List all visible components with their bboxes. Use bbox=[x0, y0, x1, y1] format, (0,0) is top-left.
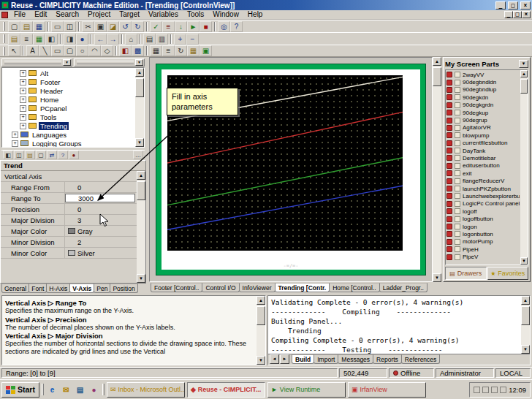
chevron-down-icon[interactable]: ▼ bbox=[63, 59, 71, 66]
toolbar-grip[interactable] bbox=[3, 22, 5, 31]
show-desktop-icon[interactable]: ▤ bbox=[74, 384, 86, 396]
part-pipeh[interactable]: PipeH bbox=[446, 246, 520, 253]
expander-icon[interactable]: + bbox=[12, 132, 18, 138]
group-icon[interactable]: ▦ bbox=[150, 45, 162, 56]
taskbar-button-outlook[interactable]: ✉ Inbox - Microsoft Outl... bbox=[107, 382, 185, 398]
tab-v-axis[interactable]: V-Axis bbox=[69, 284, 94, 293]
build-icon[interactable]: ≡ bbox=[162, 21, 175, 32]
scroll-down-icon[interactable]: ▼ bbox=[256, 356, 265, 365]
scroll-down-icon[interactable]: ▼ bbox=[520, 257, 528, 265]
scrollbar-track[interactable] bbox=[137, 180, 145, 274]
menu-search[interactable]: Search bbox=[51, 10, 83, 19]
part-exit[interactable]: exit bbox=[446, 170, 520, 177]
title-bar[interactable]: Reuse - CIMPLICITY Machine Edition - [Tr… bbox=[0, 0, 532, 10]
property-major-color[interactable]: Major Color Gray bbox=[1, 226, 137, 237]
inspector-icon[interactable]: ◧ bbox=[45, 34, 58, 45]
scrollbar-thumb[interactable] bbox=[137, 181, 145, 200]
split-icon[interactable]: ◫ bbox=[14, 151, 24, 159]
polygon-tool-icon[interactable]: ◇ bbox=[101, 45, 113, 56]
text-tool-icon[interactable]: A bbox=[26, 45, 39, 56]
run-icon[interactable]: ► bbox=[187, 21, 200, 32]
media-icon[interactable]: ● bbox=[88, 384, 100, 396]
preview-icon[interactable]: ◫ bbox=[64, 21, 76, 32]
pin-icon[interactable]: ● bbox=[69, 151, 79, 159]
tab-footer-panel[interactable]: Footer [Control.. bbox=[151, 283, 202, 292]
project-tab-icon[interactable]: ▤ bbox=[8, 34, 20, 45]
child-close-button[interactable]: × bbox=[522, 11, 531, 18]
tab-pen[interactable]: Pen bbox=[94, 284, 110, 293]
menu-variables[interactable]: Variables bbox=[144, 10, 183, 19]
part-logonbutton[interactable]: logonbutton bbox=[446, 230, 520, 238]
print-icon[interactable]: ▭ bbox=[51, 21, 64, 32]
paste-icon[interactable]: ◪ bbox=[107, 21, 119, 32]
chevron-down-icon[interactable]: ▼ bbox=[519, 60, 528, 68]
tray-icon-3[interactable] bbox=[491, 387, 498, 393]
scroll-up-icon[interactable]: ▲ bbox=[256, 296, 265, 305]
folder-view-icon[interactable]: ▤ bbox=[25, 151, 35, 159]
tab-position[interactable]: Position bbox=[110, 284, 137, 293]
scroll-up-icon[interactable]: ▲ bbox=[520, 70, 528, 77]
tab-import[interactable]: Import bbox=[314, 354, 338, 364]
tray-icon-2[interactable] bbox=[482, 387, 489, 393]
scroll-up-icon[interactable]: ▲ bbox=[135, 68, 144, 77]
snap-icon[interactable]: ▣ bbox=[200, 45, 212, 56]
tab-font[interactable]: Font bbox=[28, 284, 47, 293]
scroll-down-icon[interactable]: ▼ bbox=[135, 138, 144, 147]
tree-item-home[interactable]: + Home bbox=[2, 95, 135, 104]
part-launchpkzpbutton[interactable]: launchPKZpbutton bbox=[446, 185, 520, 192]
window-list-icon[interactable]: ◧ bbox=[3, 151, 13, 159]
property-value[interactable]: Silver bbox=[65, 248, 137, 258]
feedback-zone-icon[interactable]: ◨ bbox=[64, 34, 76, 45]
scrollbar-track[interactable] bbox=[433, 66, 441, 273]
close-button[interactable]: × bbox=[520, 1, 531, 10]
expander-icon[interactable]: + bbox=[20, 96, 26, 103]
menu-edit[interactable]: Edit bbox=[30, 10, 51, 19]
tab-general[interactable]: General bbox=[1, 284, 29, 293]
property-value[interactable]: 0 bbox=[65, 204, 137, 214]
part-90degrup[interactable]: 90degrup bbox=[446, 116, 520, 123]
scrollbar-thumb[interactable] bbox=[135, 78, 144, 97]
part-blowpump[interactable]: blowpump bbox=[446, 132, 520, 139]
scrollbar-thumb[interactable] bbox=[521, 306, 530, 325]
child-restore-button[interactable]: □ bbox=[513, 11, 522, 18]
expander-icon[interactable]: + bbox=[20, 88, 26, 94]
menu-window[interactable]: Window bbox=[208, 10, 243, 19]
tray-icon-4[interactable] bbox=[500, 387, 506, 393]
taskbar-button-view-runtime[interactable]: ► View Runtime bbox=[267, 382, 346, 398]
part-logon[interactable]: logon bbox=[446, 223, 520, 230]
expander-icon[interactable]: + bbox=[20, 114, 26, 121]
redo-icon[interactable]: ↻ bbox=[132, 21, 144, 32]
scrollbar-thumb[interactable] bbox=[256, 306, 265, 325]
part-agitatorvr[interactable]: AgitatorVR bbox=[446, 124, 520, 132]
tab-h-axis[interactable]: H-Axis bbox=[46, 284, 70, 293]
zoom-in-icon[interactable]: + bbox=[174, 34, 186, 45]
part-launchwebexplorerbutton[interactable]: Launchwebexplorerbutton bbox=[446, 192, 520, 200]
find-icon[interactable]: ◎ bbox=[218, 21, 230, 32]
restore-button[interactable]: □ bbox=[508, 1, 518, 10]
tab-ladder-program[interactable]: Ladder_Progr.. bbox=[379, 283, 428, 292]
tab-trending-panel[interactable]: Trending [Contr. bbox=[275, 283, 330, 292]
scrollbar-track[interactable] bbox=[256, 305, 265, 356]
navigator-toolbar-b[interactable]: ▼ bbox=[74, 58, 145, 66]
tree-item-alt[interactable]: + Alt bbox=[2, 69, 135, 77]
chevron-down-icon[interactable]: ▼ bbox=[135, 59, 143, 66]
tab-messages[interactable]: Messages bbox=[338, 354, 373, 364]
part-flangereducerv[interactable]: flangeReducerV bbox=[446, 177, 520, 184]
expander-icon[interactable]: + bbox=[20, 70, 26, 77]
property-minor-division[interactable]: Minor Division 2 bbox=[1, 237, 137, 248]
tab-scroll-right-icon[interactable]: ► bbox=[280, 354, 289, 364]
part-demotitlebar[interactable]: Demotitlebar bbox=[446, 154, 520, 162]
toolbar-grip[interactable] bbox=[3, 47, 5, 56]
tree-item-tools[interactable]: + Tools bbox=[2, 113, 135, 121]
menu-file[interactable]: File bbox=[10, 10, 30, 19]
part-90degbndldn[interactable]: 90degbndldn bbox=[446, 78, 520, 86]
menu-tools[interactable]: Tools bbox=[183, 10, 208, 19]
tab-reports[interactable]: Reports bbox=[373, 354, 402, 364]
scroll-down-icon[interactable]: ▼ bbox=[137, 274, 145, 283]
property-value[interactable]: 0 bbox=[65, 182, 137, 192]
scrollbar-track[interactable] bbox=[521, 305, 530, 345]
cascade-icon[interactable]: ▤ bbox=[143, 34, 156, 45]
validate-icon[interactable]: ✓ bbox=[150, 21, 162, 32]
back-icon[interactable]: ← bbox=[94, 34, 107, 45]
roundrect-tool-icon[interactable]: ▢ bbox=[64, 45, 76, 56]
